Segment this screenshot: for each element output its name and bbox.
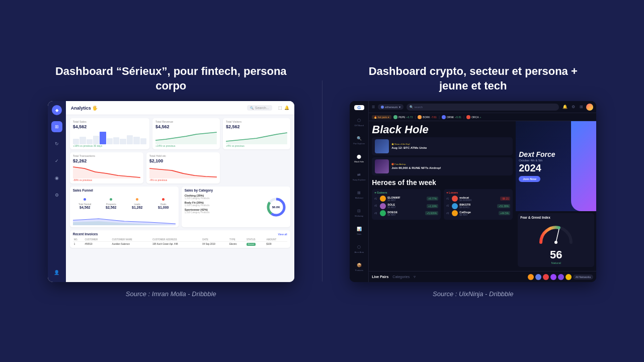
stat-hold: Total Hold etc $2,100 -4% vs previous: [146, 152, 220, 184]
stat-label: Total Sales: [73, 120, 146, 123]
crypto-nav-sim[interactable]: ≋ Simulator: [350, 278, 368, 282]
sol-icon[interactable]: [550, 274, 556, 280]
analytics-nav-2[interactable]: ↻: [51, 138, 62, 149]
losers-card: ● Losers #1 wubcat $0.0008694 -$6.: [444, 189, 513, 220]
avax-icon[interactable]: [543, 274, 549, 280]
crypto-nav-multi[interactable]: ⊞ Multistart: [350, 188, 368, 201]
chevron-down-icon: ▾: [399, 105, 400, 109]
category-header: Sales by Category: [185, 189, 262, 192]
multi-icon: ⊞: [356, 189, 363, 196]
filter-icon[interactable]: ▿: [414, 275, 416, 279]
stat-label-2: Total Revenue: [155, 120, 217, 123]
sole-change: +1,19%: [427, 204, 438, 208]
heroes-title: Heroes of the week: [372, 178, 513, 187]
crypto-nav-swap[interactable]: ⇄ Swap Explorer: [350, 169, 368, 183]
live-pairs-button[interactable]: Live Pairs: [372, 275, 388, 279]
categories-button[interactable]: Categories: [392, 275, 410, 279]
invoices-table: NO. CUSTOMER CUSTOMER NAME CUSTOMER ADDR…: [73, 238, 287, 246]
analytics-nav-user[interactable]: 👤: [51, 267, 62, 278]
btc-icon[interactable]: [528, 274, 534, 280]
all-networks-button[interactable]: All Networks: [573, 275, 594, 280]
stats-row-1: Total Sales $4,562: [70, 118, 290, 149]
doege-change: +5,926%: [425, 211, 438, 215]
news-badge-2: 🎁 Free Airdrop: [391, 163, 510, 165]
heroes-section: Heroes of the week ● Gainers #1: [372, 178, 513, 220]
grid-icon[interactable]: ⊞: [578, 104, 584, 110]
funnel-item-1: Total Started $4,562: [73, 194, 97, 209]
stat-change-3: +4% vs previous: [226, 144, 287, 147]
funnel-dot-2: [110, 198, 112, 201]
svg-marker-1: [226, 133, 287, 144]
analytics-nav-4[interactable]: ◉: [51, 172, 62, 184]
pair-orca[interactable]: ORCA +: [466, 115, 481, 119]
dxtboard-icon: ⬡: [356, 117, 363, 124]
orca-name: ORCA: [471, 116, 478, 119]
pair-bork[interactable]: BORK -7.61: [418, 115, 437, 119]
orca-change: +: [480, 116, 481, 119]
funnel-items: Total Started $4,562 Prospects $2,562: [73, 194, 176, 209]
loser-3: #3 CatDoge $0.4957 +44.5%: [446, 210, 510, 216]
bork-name: BORK: [423, 116, 430, 119]
menu-icon[interactable]: ☰: [372, 105, 375, 109]
analytics-nav-5[interactable]: ⚙: [51, 190, 62, 201]
loser-2: #2 B9KSTR $0.0/2411 +51.38%: [446, 203, 510, 209]
news-title-1: Aug 12: BTC ATMs Unite: [391, 146, 510, 150]
funnel-dot-4: [162, 198, 165, 201]
cell-date: 04 Sep 2019: [201, 242, 228, 246]
analytics-nav-3[interactable]: ✓: [51, 155, 62, 166]
eth-indicator: [381, 106, 384, 109]
funnel-area-chart: [73, 211, 176, 225]
category-list: Sales by Category Clothing (35%) 1,318 C…: [185, 189, 262, 225]
bell-icon[interactable]: 🔔: [562, 104, 568, 110]
pair-pepe[interactable]: PEPE +6.73: [393, 115, 413, 119]
topbar-icon-1[interactable]: ⬚: [278, 106, 282, 110]
swap-icon: ⇄: [356, 171, 363, 178]
funnel-val-3: $1,262: [125, 206, 149, 209]
cat-sub-3: 1,318 Category Products: [185, 211, 262, 214]
swap-label: Swap Explorer: [353, 178, 366, 181]
catdoge-price: $0.4957: [459, 214, 497, 216]
crypto-nav-wrap[interactable]: ⊡ Multiwrap: [350, 206, 368, 219]
crypto-dashboard: G ⬡ DXTBoard 🔍 Pair Explorer ⬤ Black Hol…: [350, 101, 596, 282]
cell-address: 195 Koch Green Apt. 448: [151, 242, 201, 246]
invoices-title: Recent Invoices: [73, 232, 98, 236]
crypto-nav-pair[interactable]: 🔍 Pair Explorer: [350, 133, 368, 146]
losers-header: ● Losers: [446, 191, 510, 194]
crypto-search-bar[interactable]: 🔍 search: [407, 104, 559, 111]
settings-icon[interactable]: ⚙: [570, 104, 576, 110]
crypto-nav-blackhole[interactable]: ⬤ Black Hole: [350, 151, 368, 164]
pair-ornk[interactable]: ORNK +5.81: [442, 115, 461, 119]
gainer-2: #2 SOLE $0.4957 +1,19%: [374, 203, 438, 209]
crypto-left-col: Black Hole ⭐ News of the Day! Aug 12: BT…: [369, 121, 516, 271]
crypto-nav-dxtboard[interactable]: ⬡ DXTBoard: [350, 115, 368, 128]
stat-change-4: -39% vs previous: [73, 178, 140, 182]
network-selector[interactable]: ethereum ▾: [378, 104, 403, 110]
bnb-icon[interactable]: [566, 274, 572, 280]
analytics-search[interactable]: 🔍 Search...: [247, 105, 272, 111]
crypto-nav-atom[interactable]: ⬡ Atom Area: [350, 242, 368, 255]
crypto-nav-products[interactable]: 📦 Products: [350, 260, 368, 273]
analytics-nav-dashboard[interactable]: ⊞: [51, 121, 62, 132]
analytics-main: Analytics 🖐 🔍 Search... ⬚ 🔔: [66, 101, 294, 282]
stat-label-5: Total Hold etc: [149, 154, 217, 157]
stat-value-4: $2,262: [73, 158, 140, 163]
svg-point-10: [554, 241, 557, 244]
bar-3: [87, 139, 93, 144]
invoices-view-all[interactable]: View all: [278, 233, 287, 236]
stats-label: Stats: [357, 233, 361, 235]
user-avatar[interactable]: [586, 104, 593, 111]
blackhole-label: Black Hole: [354, 160, 364, 163]
search-icon: 🔍: [410, 105, 413, 109]
matic-icon[interactable]: [558, 274, 564, 280]
stats-row-2: Total Transactions $2,262 -39% vs previo…: [70, 152, 290, 184]
network-name: ethereum: [385, 106, 397, 109]
funnel-dot-3: [136, 198, 138, 201]
crypto-nav-stats[interactable]: 📊 Stats: [350, 224, 368, 237]
col-date: DATE: [201, 238, 228, 242]
stat-change: +19% vs previous 30 days: [73, 144, 146, 147]
topbar-icon-2[interactable]: 🔔: [284, 106, 289, 110]
join-now-button[interactable]: Join Now: [519, 176, 540, 182]
analytics-dashboard: ◆ ⊞ ↻ ✓ ◉ ⚙ 👤: [48, 101, 294, 282]
eth-icon[interactable]: [535, 274, 541, 280]
crypto-sidebar: G ⬡ DXTBoard 🔍 Pair Explorer ⬤ Black Hol…: [350, 101, 369, 282]
